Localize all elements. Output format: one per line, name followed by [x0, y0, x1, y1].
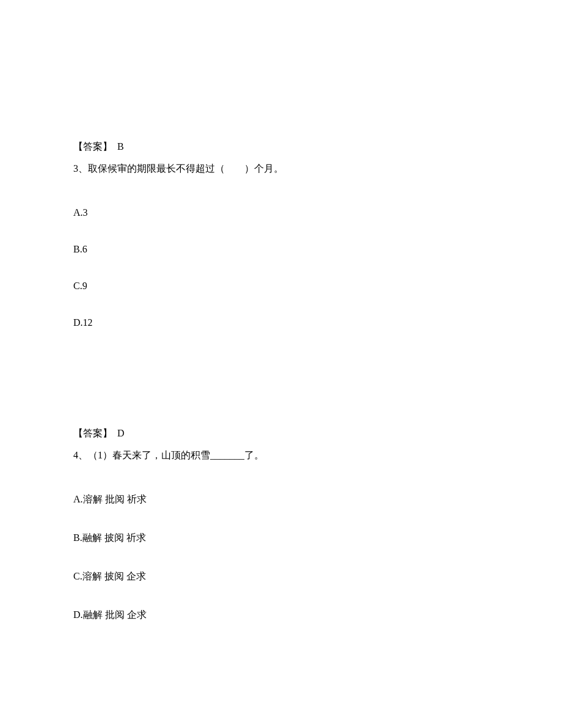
- question-4: 4、（1）春天来了，山顶的积雪_______了。: [73, 447, 489, 463]
- option-4d: D.融解 批阅 企求: [73, 609, 489, 622]
- question-text: 取保候审的期限最长不得超过（ ）个月。: [88, 163, 283, 174]
- option-text: B.6: [73, 244, 87, 254]
- option-4c: C.溶解 披阅 企求: [73, 570, 489, 583]
- option-text: C.9: [73, 281, 87, 291]
- answer-label: 【答案】: [73, 141, 112, 152]
- option-text: A.3: [73, 207, 88, 218]
- option-3b: B.6: [73, 244, 489, 255]
- document-page: 【答案】 B 3、取保候审的期限最长不得超过（ ）个月。 A.3 B.6 C.9…: [0, 0, 562, 684]
- question-number: 4、: [73, 450, 88, 460]
- answer-block-2: 【答案】 D: [73, 427, 489, 440]
- question-number: 3、: [73, 163, 88, 174]
- option-text: D.融解 批阅 企求: [73, 609, 147, 620]
- spacer: [73, 354, 489, 427]
- option-4a: A.溶解 批阅 祈求: [73, 493, 489, 506]
- option-text: B.融解 披阅 祈求: [73, 532, 146, 543]
- answer-block-1: 【答案】 B: [73, 141, 489, 153]
- option-text: D.12: [73, 317, 93, 328]
- answer-value: D: [117, 428, 125, 438]
- option-text: A.溶解 批阅 祈求: [73, 494, 147, 504]
- answer-label: 【答案】: [73, 428, 112, 438]
- question-3: 3、取保候审的期限最长不得超过（ ）个月。: [73, 161, 489, 177]
- option-3c: C.9: [73, 281, 489, 292]
- question-text: （1）春天来了，山顶的积雪_______了。: [88, 450, 264, 460]
- option-text: C.溶解 披阅 企求: [73, 571, 146, 581]
- option-3d: D.12: [73, 317, 489, 328]
- option-4b: B.融解 披阅 祈求: [73, 532, 489, 545]
- answer-value: B: [117, 141, 124, 152]
- option-3a: A.3: [73, 207, 489, 218]
